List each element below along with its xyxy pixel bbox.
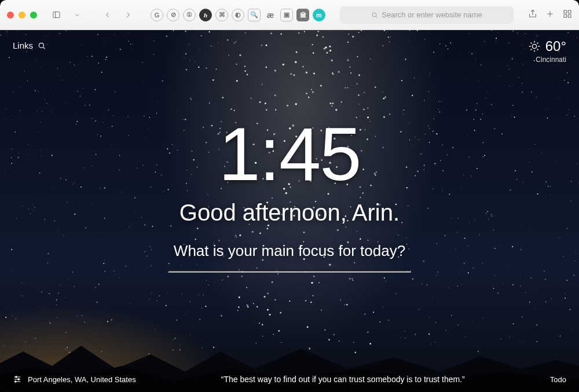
svg-rect-7 [564, 10, 567, 13]
svg-point-156 [142, 62, 143, 63]
extension-momentum-icon[interactable]: m [313, 9, 325, 21]
svg-point-660 [370, 58, 371, 59]
svg-point-538 [205, 306, 206, 307]
svg-point-427 [253, 303, 254, 304]
tab-group-menu-button[interactable] [69, 8, 85, 23]
svg-point-685 [567, 82, 569, 83]
svg-point-359 [293, 74, 295, 76]
svg-point-286 [531, 91, 532, 93]
svg-point-305 [65, 298, 65, 298]
sidebar-toggle-button[interactable] [49, 8, 64, 23]
minimize-window-button[interactable] [19, 12, 25, 19]
todo-button[interactable]: Todo [550, 375, 566, 384]
extension-archive-icon[interactable]: 🏛 [296, 9, 309, 21]
svg-point-400 [364, 92, 365, 93]
extension-pip-icon[interactable]: ▣ [280, 9, 293, 21]
svg-point-671 [94, 301, 94, 301]
zoom-window-button[interactable] [30, 12, 37, 19]
svg-point-727 [395, 294, 396, 294]
svg-point-39 [471, 53, 472, 54]
svg-point-348 [305, 300, 306, 301]
svg-point-187 [101, 83, 101, 83]
svg-point-621 [308, 97, 310, 98]
svg-point-401 [493, 288, 494, 289]
svg-point-73 [439, 43, 441, 45]
svg-line-3 [376, 16, 378, 17]
svg-point-505 [19, 87, 20, 87]
svg-point-52 [461, 284, 462, 284]
svg-point-249 [475, 109, 477, 111]
svg-point-747 [156, 113, 157, 113]
svg-point-277 [246, 287, 247, 288]
svg-point-261 [412, 95, 413, 96]
svg-point-138 [45, 310, 45, 310]
svg-point-576 [129, 41, 129, 42]
extension-honey-icon[interactable]: h [199, 9, 212, 21]
extension-command-icon[interactable]: ⌘ [215, 9, 228, 21]
svg-point-273 [199, 295, 199, 295]
svg-point-870 [567, 228, 568, 229]
svg-point-248 [5, 109, 6, 109]
svg-point-100 [522, 33, 522, 34]
svg-point-84 [329, 50, 331, 52]
svg-point-587 [574, 116, 575, 117]
svg-point-346 [6, 34, 7, 34]
svg-point-35 [78, 64, 79, 65]
search-icon [38, 42, 46, 50]
svg-point-855 [357, 83, 358, 85]
svg-point-774 [496, 38, 497, 39]
svg-point-686 [576, 253, 576, 254]
svg-point-544 [545, 301, 547, 302]
svg-point-601 [76, 76, 76, 76]
svg-point-815 [383, 307, 383, 307]
extensions-row: G ⊘ ① h ⌘ ◐ 🔍 æ ▣ 🏛 m [151, 9, 325, 21]
svg-point-853 [522, 64, 523, 65]
svg-point-537 [560, 98, 560, 98]
svg-point-206 [320, 85, 322, 86]
photo-location-button[interactable]: Port Angeles, WA, United States [13, 375, 136, 384]
svg-point-457 [537, 35, 538, 36]
svg-point-827 [347, 59, 349, 61]
tab-overview-button[interactable] [563, 9, 572, 21]
svg-point-863 [114, 35, 115, 35]
back-button[interactable] [100, 8, 115, 23]
svg-point-86 [477, 103, 478, 104]
extension-grammarly-icon[interactable]: G [151, 9, 163, 21]
svg-point-739 [153, 54, 154, 55]
links-button[interactable]: Links [13, 41, 46, 50]
forward-button[interactable] [120, 8, 135, 23]
svg-point-866 [438, 109, 439, 110]
svg-point-721 [98, 284, 100, 285]
svg-point-525 [216, 69, 217, 70]
svg-point-351 [386, 32, 387, 32]
svg-point-135 [564, 80, 565, 81]
svg-point-712 [71, 68, 72, 68]
quote-text[interactable]: “The best way to find out if you can tru… [136, 375, 550, 384]
extension-onepassword-icon[interactable]: ① [183, 9, 196, 21]
svg-point-729 [509, 69, 510, 69]
svg-point-408 [353, 280, 354, 281]
svg-point-814 [17, 31, 19, 32]
weather-widget[interactable]: 60° Cincinnati [528, 38, 566, 64]
extension-reader-icon[interactable]: 🔍 [248, 9, 261, 21]
extension-blocker-icon[interactable]: ⊘ [167, 9, 179, 21]
svg-point-49 [66, 96, 67, 97]
svg-point-329 [59, 285, 60, 285]
svg-point-382 [52, 71, 52, 71]
address-bar[interactable]: Search or enter website name [340, 6, 514, 24]
close-window-button[interactable] [7, 12, 14, 19]
share-button[interactable] [528, 9, 537, 21]
svg-point-707 [310, 302, 312, 303]
svg-point-658 [485, 98, 486, 98]
extension-ae-icon[interactable]: æ [264, 9, 277, 21]
focus-input[interactable] [168, 270, 411, 272]
new-tab-button[interactable] [545, 9, 555, 21]
svg-point-171 [244, 71, 245, 72]
extension-shield-icon[interactable]: ◐ [232, 9, 244, 21]
svg-point-510 [27, 80, 28, 81]
svg-point-913 [532, 44, 536, 48]
photo-location-text: Port Angeles, WA, United States [28, 375, 136, 384]
svg-point-66 [39, 173, 40, 174]
svg-point-11 [512, 284, 514, 285]
svg-point-268 [347, 42, 349, 43]
